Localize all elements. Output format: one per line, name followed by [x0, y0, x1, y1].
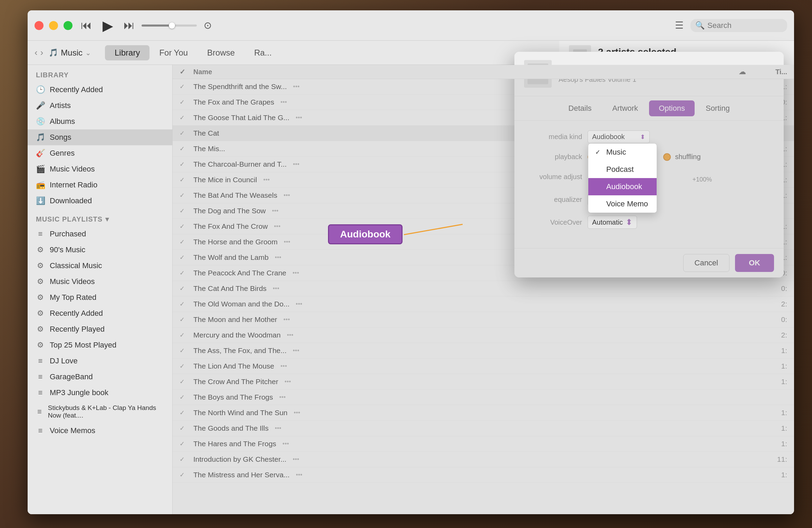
sidebar-item-dj-love[interactable]: ≡ DJ Love	[28, 353, 172, 369]
dropdown-label-audiobook: Audiobook	[606, 182, 642, 191]
sidebar-item-recently-played[interactable]: ⚙ Recently Played	[28, 321, 172, 337]
tab-radio[interactable]: Ra...	[244, 45, 281, 60]
col-cloud-header: ☁	[732, 68, 753, 76]
voiceover-select[interactable]: Automatic ⬍	[588, 216, 637, 229]
table-row[interactable]: ✓ The Old Woman and the Do...••• 2:	[173, 296, 794, 312]
sidebar-label-recently-played: Recently Played	[50, 325, 105, 334]
shuffling-checkbox[interactable]	[663, 153, 671, 161]
ok-button[interactable]: OK	[735, 254, 774, 272]
tab-sorting[interactable]: Sorting	[696, 100, 740, 116]
media-kind-select[interactable]: Audiobook ⬍ ✓ Music Podcast	[588, 130, 650, 143]
airplay-button[interactable]: ⊙	[204, 20, 212, 31]
sidebar-item-my-top-rated[interactable]: ⚙ My Top Rated	[28, 290, 172, 305]
sidebar-item-internet-radio[interactable]: 📻 Internet Radio	[28, 177, 172, 193]
table-row[interactable]: ✓ Mercury and the Woodman••• 2:	[173, 327, 794, 343]
tab-foryou[interactable]: For You	[149, 45, 197, 60]
sidebar-label-artists: Artists	[50, 101, 71, 110]
breadcrumb-chevron[interactable]: ⌄	[85, 49, 91, 57]
sidebar-label-songs: Songs	[50, 133, 71, 142]
sidebar-item-music-videos-pl[interactable]: ⚙ Music Videos	[28, 274, 172, 290]
close-button[interactable]	[35, 21, 44, 30]
playlists-chevron: ▾	[105, 215, 109, 223]
minimize-button[interactable]	[49, 21, 58, 30]
dropdown-item-music[interactable]: ✓ Music	[588, 144, 657, 161]
sidebar-item-genres[interactable]: 🎸 Genres	[28, 145, 172, 161]
search-icon: 🔍	[695, 21, 705, 30]
songs-icon: 🎵	[36, 133, 45, 142]
forward-button[interactable]: ›	[40, 47, 44, 58]
sidebar-item-downloaded[interactable]: ⬇️ Downloaded	[28, 193, 172, 209]
dialog-footer: Cancel OK	[514, 248, 784, 277]
table-row[interactable]: ✓ Introduction by GK Chester...••• 11:	[173, 452, 794, 467]
search-input[interactable]	[707, 21, 776, 30]
sidebar-item-artists[interactable]: 🎤 Artists	[28, 98, 172, 114]
sidebar-label-mp3-jungle: MP3 Jungle book	[50, 388, 108, 397]
sidebar-label-90s-music: 90's Music	[50, 245, 85, 254]
library-header: Library	[28, 65, 172, 82]
sidebar-label-top25: Top 25 Most Played	[50, 341, 116, 350]
dropdown-item-voice-memo[interactable]: Voice Memo	[588, 195, 657, 213]
sidebar-item-recently-added-pl[interactable]: ⚙ Recently Added	[28, 305, 172, 321]
col-name-header[interactable]: Name	[193, 68, 732, 76]
dropdown-item-podcast[interactable]: Podcast	[588, 161, 657, 178]
sidebar-item-90s-music[interactable]: ⚙ 90's Music	[28, 242, 172, 258]
tab-details[interactable]: Details	[559, 100, 601, 116]
table-row[interactable]: ✓ The Ass, The Fox, and The...••• 1:	[173, 343, 794, 359]
sidebar-label-recently-added: Recently Added	[50, 85, 103, 94]
sidebar-item-albums[interactable]: 💿 Albums	[28, 114, 172, 129]
music-videos-pl-icon: ⚙	[36, 277, 45, 286]
breadcrumb: Music	[61, 48, 83, 58]
sidebar-item-classical[interactable]: ⚙ Classical Music	[28, 258, 172, 274]
maximize-button[interactable]	[64, 21, 72, 30]
menu-button[interactable]: ☰	[675, 20, 684, 31]
music-videos-icon: 🎬	[36, 165, 45, 174]
sidebar-item-stickybuds[interactable]: ≡ Stickybuds & K+Lab - Clap Ya Hands Now…	[28, 401, 172, 423]
dj-love-icon: ≡	[36, 356, 45, 365]
sidebar-item-songs[interactable]: 🎵 Songs	[28, 129, 172, 145]
sidebar-label-voice-memos: Voice Memos	[50, 426, 95, 435]
table-row[interactable]: ✓ The Hares and The Frogs••• 1:	[173, 436, 794, 452]
sidebar-item-garageband[interactable]: ≡ GarageBand	[28, 369, 172, 385]
rewind-button[interactable]: ⏮	[81, 19, 92, 32]
volume-slider[interactable]	[142, 25, 197, 27]
table-row[interactable]: ✓ The North Wind and The Sun••• 1:	[173, 405, 794, 421]
itunes-window: ⏮ ▶ ⏭ ⊙ ☰ 🔍 ‹ › 🎵 Music ⌄ Library For Yo…	[28, 10, 794, 514]
col-time-header[interactable]: Ti...	[753, 68, 787, 76]
tab-library[interactable]: Library	[105, 45, 149, 60]
classical-icon: ⚙	[36, 261, 45, 270]
tab-options[interactable]: Options	[649, 100, 695, 116]
sidebar-label-genres: Genres	[50, 149, 75, 158]
sidebar-item-top25[interactable]: ⚙ Top 25 Most Played	[28, 337, 172, 353]
play-button[interactable]: ▶	[99, 17, 117, 35]
sidebar-label-dj-love: DJ Love	[50, 356, 78, 365]
purchased-icon: ≡	[36, 229, 45, 238]
table-row[interactable]: ✓ The Mistress and Her Serva...••• 1:	[173, 467, 794, 483]
cancel-button[interactable]: Cancel	[683, 254, 729, 272]
fastforward-button[interactable]: ⏭	[124, 19, 135, 32]
media-kind-value: Audiobook	[592, 133, 625, 141]
back-button[interactable]: ‹	[35, 47, 38, 58]
table-row[interactable]: ✓ The Lion And The Mouse••• 1:	[173, 359, 794, 374]
table-row[interactable]: ✓ The Crow And The Pitcher••• 1:	[173, 374, 794, 390]
sidebar-item-recently-added[interactable]: 🕒 Recently Added	[28, 82, 172, 98]
media-kind-arrow: ⬍	[640, 133, 645, 141]
song-list-header: ✓ Name ☁ Ti...	[173, 65, 794, 79]
sidebar-item-purchased[interactable]: ≡ Purchased	[28, 226, 172, 242]
internet-radio-icon: 📻	[36, 180, 45, 189]
table-row[interactable]: ✓ The Goods and The Ills••• 1:	[173, 421, 794, 436]
mp3-jungle-icon: ≡	[36, 388, 45, 397]
playlists-header-label: Music Playlists	[36, 215, 103, 223]
dropdown-item-audiobook[interactable]: Audiobook	[588, 178, 657, 195]
playlists-header[interactable]: Music Playlists ▾	[28, 209, 172, 226]
sidebar-item-music-videos[interactable]: 🎬 Music Videos	[28, 161, 172, 177]
artists-icon: 🎤	[36, 101, 45, 110]
tab-bar: Library For You Browse Ra...	[105, 45, 281, 60]
sidebar-item-mp3-jungle[interactable]: ≡ MP3 Jungle book	[28, 385, 172, 401]
recently-added-pl-icon: ⚙	[36, 309, 45, 318]
table-row[interactable]: ✓ The Moon and her Mother••• 0:	[173, 312, 794, 327]
table-row[interactable]: ✓ The Cat And The Birds••• 0:	[173, 281, 794, 296]
tab-browse[interactable]: Browse	[197, 45, 244, 60]
sidebar-item-voice-memos[interactable]: ≡ Voice Memos	[28, 423, 172, 439]
table-row[interactable]: ✓ The Boys and The Frogs•••	[173, 390, 794, 405]
tab-artwork[interactable]: Artwork	[603, 100, 648, 116]
